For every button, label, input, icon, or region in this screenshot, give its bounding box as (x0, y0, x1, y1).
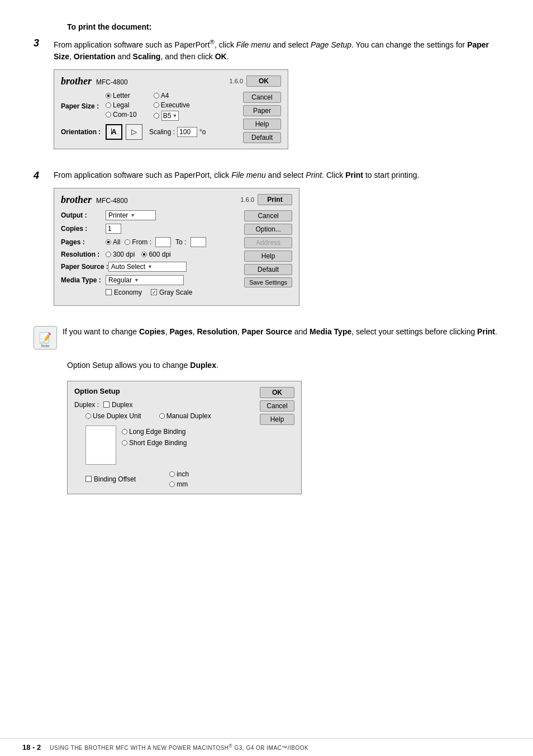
pages-from-circle (125, 239, 130, 245)
cancel-button[interactable]: Cancel (243, 92, 281, 103)
scaling-input[interactable] (177, 127, 197, 137)
save-settings-button[interactable]: Save Settings (244, 277, 292, 287)
manual-duplex-circle (159, 413, 165, 419)
pages-from-radio[interactable]: From : (125, 237, 171, 247)
paper-col-1: Letter Legal Com-10 (106, 92, 137, 121)
mm-radio[interactable]: mm (169, 480, 189, 488)
gray-scale-checkbox[interactable] (151, 289, 157, 295)
duplex-checkbox-item[interactable]: Duplex (103, 401, 132, 409)
print-dialog-fields: Output : Printer ▼ Copies : Pages : (61, 210, 240, 300)
res-300-circle (106, 252, 111, 257)
res-600-radio[interactable]: 600 dpi (141, 251, 170, 258)
res-300-radio[interactable]: 300 dpi (106, 251, 135, 258)
pages-to-input[interactable] (191, 237, 206, 247)
pages-from-input[interactable] (155, 237, 171, 247)
b5-select[interactable]: B5 ▼ (161, 111, 179, 121)
note-label: Note (41, 344, 50, 348)
economy-label: Economy (114, 289, 142, 296)
option-help-button[interactable]: Help (260, 414, 294, 425)
print-cancel-button[interactable]: Cancel (244, 210, 292, 221)
print-help-button[interactable]: Help (244, 251, 292, 262)
manual-duplex-label: Manual Duplex (166, 412, 211, 420)
binding-offset-label: Binding Offset (94, 475, 136, 483)
portrait-icon[interactable]: 𝄀A (106, 124, 122, 140)
footer-text: USING THE BROTHER MFC WITH A NEW POWER M… (50, 743, 308, 751)
media-type-select[interactable]: Regular ▼ (106, 275, 184, 285)
option-button[interactable]: Option... (244, 224, 292, 235)
output-value: Printer (108, 211, 128, 219)
duplex-checkbox[interactable] (103, 401, 110, 408)
inch-radio[interactable]: inch (169, 470, 189, 478)
radio-com10-label: Com-10 (113, 111, 137, 119)
radio-a4[interactable]: A4 (154, 92, 190, 100)
paper-size-label: Paper Size : (61, 102, 106, 110)
section-heading: To print the document: (67, 22, 499, 31)
print-default-button[interactable]: Default (244, 264, 292, 275)
option-dialog-actions: OK Cancel Help (260, 387, 294, 488)
resolution-row: Resolution : 300 dpi 600 dpi (61, 251, 240, 258)
res-300-label: 300 dpi (113, 251, 135, 258)
paper-source-select[interactable]: Auto Select ▼ (108, 262, 187, 272)
default-button[interactable]: Default (243, 132, 281, 143)
duplex-main-row: Duplex : Duplex (74, 401, 255, 409)
page-setup-actions: Cancel Paper Help Default (243, 92, 281, 143)
economy-checkbox[interactable] (106, 289, 112, 295)
radio-executive[interactable]: Executive (154, 101, 190, 109)
option-ok-button[interactable]: OK (260, 387, 294, 398)
paper-button[interactable]: Paper (243, 105, 281, 116)
paper-source-value: Auto Select (111, 263, 145, 271)
use-duplex-radio[interactable]: Use Duplex Unit (85, 412, 141, 420)
pages-all-radio[interactable]: All (106, 238, 120, 246)
radio-legal-circle (106, 102, 111, 108)
paper-size-options: Letter Legal Com-10 (106, 92, 190, 121)
duplex-image (85, 426, 116, 465)
manual-duplex-radio[interactable]: Manual Duplex (159, 412, 211, 420)
footer: 18 - 2 USING THE BROTHER MFC WITH A NEW … (0, 738, 533, 756)
print-dialog-header: brother MFC-4800 1.6.0 Print (61, 194, 292, 206)
option-cancel-button[interactable]: Cancel (260, 400, 294, 412)
step-4-number: 4 (34, 169, 47, 315)
radio-legal[interactable]: Legal (106, 101, 137, 109)
short-edge-circle (122, 440, 127, 446)
ok-button[interactable]: OK (246, 75, 281, 87)
radio-letter-circle (106, 93, 111, 98)
economy-checkbox-item[interactable]: Economy (106, 289, 142, 296)
print-brand: brother MFC-4800 (61, 194, 128, 206)
address-button[interactable]: Address (244, 237, 292, 248)
print-dialog: brother MFC-4800 1.6.0 Print Output : Pr… (54, 188, 299, 306)
edge-binding-section: Long Edge Binding Short Edge Binding (74, 423, 255, 467)
radio-letter[interactable]: Letter (106, 92, 137, 100)
radio-b5[interactable]: B5 ▼ (154, 111, 190, 121)
orientation-label: Orientation : (61, 128, 106, 136)
print-button[interactable]: Print (258, 194, 292, 205)
unit-options: inch mm (169, 470, 189, 488)
use-duplex-circle (85, 413, 91, 419)
radio-com10[interactable]: Com-10 (106, 111, 137, 119)
short-edge-label: Short Edge Binding (129, 439, 187, 447)
step-4-content: From application software such as PaperP… (54, 169, 499, 315)
gray-scale-checkbox-item[interactable]: Gray Scale (151, 289, 192, 296)
note-text: If you want to change Copies, Pages, Res… (63, 326, 497, 338)
radio-executive-circle (154, 102, 159, 108)
resolution-label: Resolution : (61, 251, 106, 258)
media-type-row: Media Type : Regular ▼ (61, 275, 240, 285)
print-brother-logo: brother (61, 194, 92, 205)
step-3-content: From application software such as PaperP… (54, 37, 499, 158)
copies-input[interactable] (106, 224, 121, 234)
copies-label: Copies : (61, 225, 106, 233)
binding-offset-checkbox[interactable] (85, 476, 92, 482)
dialog-fields: Paper Size : Letter Legal (61, 92, 239, 143)
radio-legal-label: Legal (113, 101, 129, 109)
landscape-icon[interactable]: ▷ (126, 124, 142, 140)
inch-circle (169, 471, 175, 477)
output-select[interactable]: Printer ▼ (106, 210, 156, 220)
inch-label: inch (177, 470, 189, 478)
pages-to-label: To : (175, 238, 186, 246)
step-3-number: 3 (34, 37, 47, 158)
short-edge-radio[interactable]: Short Edge Binding (122, 439, 187, 447)
long-edge-radio[interactable]: Long Edge Binding (122, 428, 187, 436)
help-button[interactable]: Help (243, 119, 281, 130)
binding-offset-checkbox-item[interactable]: Binding Offset (85, 475, 136, 483)
version-btn-row: 1.6.0 OK (230, 75, 281, 87)
b5-arrow: ▼ (172, 113, 177, 119)
